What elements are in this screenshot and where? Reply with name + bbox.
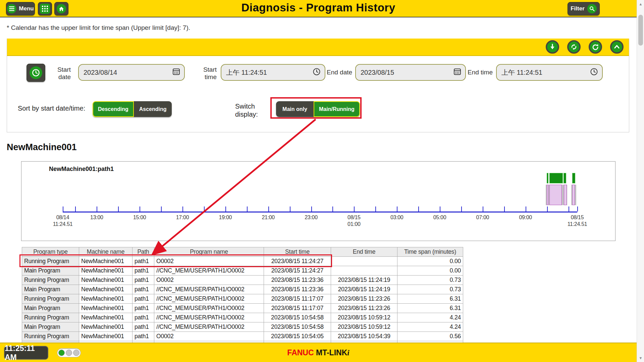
table-cell: 2023/08/15 10:54:58 xyxy=(264,322,331,332)
vertical-scrollbar[interactable]: ▲ ▼ xyxy=(637,0,644,362)
home-button[interactable] xyxy=(54,2,68,15)
table-row[interactable]: Main ProgramNewMachine001path1//CNC_MEM/… xyxy=(22,266,463,276)
axis-tick-label: 23:00 xyxy=(305,214,318,221)
start-time-label: Start time xyxy=(196,66,217,81)
table-cell: Main Program xyxy=(22,285,79,294)
sort-option-descending[interactable]: Descending xyxy=(93,101,134,117)
table-cell: O0002 xyxy=(154,276,264,285)
table-cell: NewMachine001 xyxy=(79,332,132,341)
end-time-label: End time xyxy=(468,69,493,76)
menu-button[interactable]: Menu xyxy=(6,2,35,15)
table-cell: //CNC_MEM/USER/PATH1/O0002 xyxy=(154,294,264,304)
end-date-value: 2023/08/15 xyxy=(361,69,453,76)
table-cell: O0002 xyxy=(154,332,264,341)
clock-icon xyxy=(30,66,42,79)
table-cell: 2023/08/15 11:17:07 xyxy=(264,294,331,304)
status-light xyxy=(73,350,79,356)
table-cell: //CNC_MEM/USER/PATH1/O0002 xyxy=(154,313,264,322)
axis-tick-label: 17:00 xyxy=(176,214,189,221)
brand-fanuc: FANUC xyxy=(287,348,314,357)
sort-label: Sort by start date/time: xyxy=(18,104,85,112)
axis-tick xyxy=(375,206,376,212)
grid-icon xyxy=(40,4,50,14)
table-row[interactable]: Running ProgramNewMachine001path1//CNC_M… xyxy=(22,313,463,322)
calendar-icon[interactable] xyxy=(453,68,461,77)
clock-small-icon[interactable] xyxy=(313,68,321,77)
scroll-down-icon[interactable]: ▼ xyxy=(637,355,644,361)
start-time-input[interactable]: 上午 11:24:51 xyxy=(221,64,325,81)
switch-display-label: Switch display: xyxy=(235,102,267,118)
axis-tick xyxy=(290,206,290,212)
running-program-bar xyxy=(564,173,566,183)
running-program-bar xyxy=(572,173,575,183)
table-cell: path1 xyxy=(132,285,154,294)
table-row[interactable]: Main ProgramNewMachine001path1//CNC_MEM/… xyxy=(22,304,463,313)
scroll-up-icon[interactable]: ▲ xyxy=(637,1,644,7)
end-date-input[interactable]: 2023/08/15 xyxy=(355,64,466,81)
calendar-limit-note: * Calendar has the upper limit for time … xyxy=(7,24,190,32)
axis-tick xyxy=(354,206,355,212)
table-cell: NewMachine001 xyxy=(79,294,132,304)
time-range-button[interactable] xyxy=(26,64,45,82)
table-cell: NewMachine001 xyxy=(79,322,132,332)
table-cell: NewMachine001 xyxy=(79,304,132,313)
table-row[interactable]: Running ProgramNewMachine001path1O000220… xyxy=(22,332,463,341)
start-time-value: 上午 11:24:51 xyxy=(226,68,313,77)
hamburger-icon xyxy=(7,4,16,13)
table-cell: path1 xyxy=(132,294,154,304)
table-header-row: Program typeMachine namePathProgram name… xyxy=(22,247,463,257)
calendar-icon[interactable] xyxy=(172,68,180,77)
column-header-time-span-minutes-: Time span (minutes) xyxy=(397,247,463,257)
end-time-input[interactable]: 上午 11:24:51 xyxy=(496,64,603,81)
sort-option-ascending[interactable]: Ascending xyxy=(134,101,172,117)
table-cell: path1 xyxy=(132,304,154,313)
main-program-bar xyxy=(547,185,548,205)
table-cell: 2023/08/15 11:24:19 xyxy=(331,276,397,285)
filter-button[interactable]: Filter xyxy=(568,2,600,15)
axis-tick-label: 08/15 11:24.51 xyxy=(568,214,587,228)
program-history-table: Program typeMachine namePathProgram name… xyxy=(22,247,463,343)
program-history-page: Diagnosis - Program History Menu Filte xyxy=(0,0,644,362)
column-header-program-type: Program type xyxy=(22,247,79,257)
axis-tick xyxy=(118,206,119,212)
table-cell: Main Program xyxy=(22,266,79,276)
start-date-input[interactable]: 2023/08/14 xyxy=(78,64,185,81)
main-program-bar xyxy=(549,185,562,205)
table-cell: 6.31 xyxy=(397,304,463,313)
axis-tick xyxy=(461,206,462,212)
auto-refresh-button[interactable] xyxy=(567,40,581,54)
program-history-chart: NewMachine001:path1 08/14 11:24.5113:001… xyxy=(21,161,615,241)
axis-tick xyxy=(161,206,162,212)
table-row[interactable]: Running ProgramNewMachine001path1//CNC_M… xyxy=(22,294,463,304)
axis-tick xyxy=(504,206,505,212)
table-cell: Main Program xyxy=(22,322,79,332)
main-program-bar xyxy=(564,185,567,205)
clock-small-icon[interactable] xyxy=(590,68,598,77)
switch-option-main-running[interactable]: Main/Running xyxy=(314,101,360,117)
apps-grid-button[interactable] xyxy=(38,2,52,15)
table-row[interactable]: Main ProgramNewMachine001path1//CNC_MEM/… xyxy=(22,322,463,332)
status-light xyxy=(66,350,72,356)
table-cell: path1 xyxy=(132,332,154,341)
table-cell: 0.56 xyxy=(397,332,463,341)
table-row[interactable]: Running ProgramNewMachine001path1O000220… xyxy=(22,276,463,285)
axis-tick xyxy=(247,206,248,212)
collapse-button[interactable] xyxy=(610,40,624,54)
axis-tick xyxy=(397,206,397,212)
axis-tick xyxy=(440,206,440,212)
table-cell: Main Program xyxy=(22,304,79,313)
table-row[interactable]: Running ProgramNewMachine001path1O000220… xyxy=(22,257,463,266)
axis-tick-label: 05:00 xyxy=(433,214,446,221)
table-cell: 2023/08/15 11:24:27 xyxy=(264,266,331,276)
table-row[interactable]: Main ProgramNewMachine001path1//CNC_MEM/… xyxy=(22,285,463,294)
axis-tick xyxy=(182,206,183,212)
table-cell: 2023/08/15 10:59:12 xyxy=(331,313,397,322)
scrollbar-thumb[interactable] xyxy=(638,15,643,46)
reload-button[interactable] xyxy=(589,40,602,54)
table-cell: 2023/08/15 11:23:26 xyxy=(331,304,397,313)
end-time-value: 上午 11:24:51 xyxy=(501,68,590,77)
download-button[interactable] xyxy=(546,40,559,54)
table-cell: 0.73 xyxy=(397,285,463,294)
switch-option-main-only[interactable]: Main only xyxy=(276,101,314,117)
search-icon xyxy=(587,4,597,13)
